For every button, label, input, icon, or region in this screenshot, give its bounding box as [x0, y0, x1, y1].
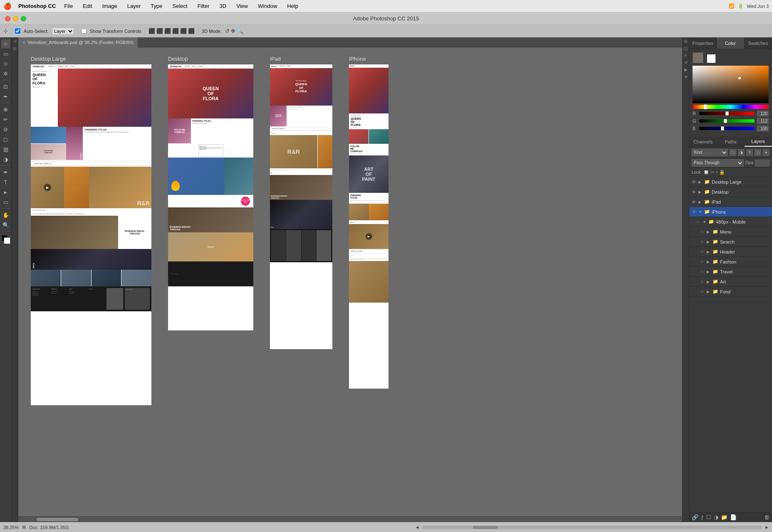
- kind-filter-dropdown[interactable]: Kind Name Effect: [692, 149, 728, 156]
- close-button[interactable]: [5, 16, 10, 21]
- visibility-toggle-desktop-large[interactable]: 👁: [691, 180, 697, 185]
- visibility-toggle-fashion[interactable]: 👁: [699, 259, 705, 264]
- r-input[interactable]: [757, 111, 769, 116]
- expand-icon-iphone[interactable]: ▼: [698, 210, 703, 214]
- smart-filter-btn[interactable]: ✦: [763, 149, 770, 156]
- layer-item-iphone[interactable]: 👁 ▼ 📁 iPhone: [689, 207, 772, 217]
- scroll-thumb-bottom[interactable]: [473, 526, 498, 529]
- type-tool[interactable]: T: [1, 177, 10, 187]
- eraser-tool[interactable]: ◻: [1, 135, 10, 144]
- visibility-toggle-menu[interactable]: 👁: [699, 229, 705, 234]
- adjustment-icon[interactable]: ⚙: [684, 39, 688, 44]
- expand-icon-ipad[interactable]: ▶: [698, 200, 703, 204]
- brush-presets-icon[interactable]: ◎: [13, 46, 17, 51]
- visibility-toggle-desktop[interactable]: 👁: [691, 190, 697, 195]
- add-style-btn[interactable]: ƒ: [701, 514, 704, 520]
- visibility-toggle-travel[interactable]: 👁: [699, 269, 705, 274]
- lock-position-icon[interactable]: ✏: [710, 170, 714, 175]
- g-slider[interactable]: [699, 119, 755, 123]
- 3d-rotate-icon[interactable]: ↺: [225, 28, 230, 34]
- tab-layers[interactable]: Layers: [745, 136, 772, 147]
- tab-color[interactable]: Color: [717, 37, 744, 49]
- brush-tool[interactable]: ✏: [1, 115, 10, 124]
- expand-icon-food[interactable]: ▶: [707, 290, 711, 294]
- foreground-swatch[interactable]: [693, 52, 703, 63]
- actions-icon[interactable]: ▶: [684, 67, 688, 72]
- background-swatch[interactable]: [707, 54, 716, 63]
- layer-item-desktop-large[interactable]: 👁 ▶ 📁 Desktop Large: [689, 177, 772, 187]
- menu-layer[interactable]: Layer: [126, 3, 143, 9]
- layer-comp-icon[interactable]: ◫: [684, 46, 688, 51]
- canvas-scroll[interactable]: Desktop Large VERMILION FASHION TRAVEL A…: [18, 47, 682, 522]
- add-mask-btn[interactable]: ☐: [706, 514, 711, 520]
- tab-paths[interactable]: Paths: [717, 136, 744, 147]
- layer-item-menu[interactable]: 👁 ▶ 📁 Menu: [689, 227, 772, 237]
- artboard-canvas-desktop[interactable]: VERMILION FASHION TRAVEL CONTACT QUEENOF…: [168, 64, 253, 330]
- maximize-button[interactable]: [21, 16, 26, 21]
- tab-properties[interactable]: Properties: [689, 37, 717, 49]
- b-input[interactable]: [757, 126, 769, 131]
- layer-item-art[interactable]: 👁 ▶ 📁 Art: [689, 277, 772, 287]
- document-tab[interactable]: ✕ Vermilion_Artboards.psd @ 38.2% (Foote…: [18, 37, 138, 47]
- expand-icon-480[interactable]: ▼: [703, 220, 707, 224]
- expand-icon-travel[interactable]: ▶: [707, 270, 711, 274]
- tab-channels[interactable]: Channels: [689, 136, 717, 147]
- visibility-toggle-search[interactable]: 👁: [699, 239, 705, 244]
- align-center-icon[interactable]: ⬛: [156, 28, 163, 34]
- expand-icon-header[interactable]: ▶: [707, 250, 711, 254]
- new-layer-btn[interactable]: 📄: [730, 514, 737, 520]
- g-input[interactable]: [757, 118, 769, 124]
- artboard-canvas-desktop-large[interactable]: VERMILION FASHION TRAVEL ART FOOD EDITOR…: [31, 64, 151, 405]
- menu-view[interactable]: View: [235, 3, 250, 9]
- link-layers-btn[interactable]: 🔗: [692, 514, 698, 520]
- lock-pixels-icon[interactable]: 🔲: [703, 170, 709, 175]
- hand-tool[interactable]: ✋: [1, 210, 10, 219]
- shape-filter-btn[interactable]: ◻: [755, 149, 761, 156]
- bottom-scroll-arrow-left[interactable]: ◀: [416, 525, 419, 530]
- adjust-filter-btn[interactable]: ◑: [738, 149, 745, 156]
- layer-item-food[interactable]: 👁 ▶ 📁 Food: [689, 287, 772, 297]
- menu-image[interactable]: Image: [101, 3, 119, 9]
- visibility-toggle-480[interactable]: 👁: [695, 219, 701, 224]
- scroll-thumb[interactable]: [37, 518, 78, 521]
- visibility-toggle-header[interactable]: 👁: [699, 249, 705, 254]
- menu-window[interactable]: Window: [256, 3, 279, 9]
- clone-source-icon[interactable]: ⊕: [684, 74, 688, 79]
- clone-tool[interactable]: ⊘: [1, 125, 10, 134]
- expand-icon-desktop-large[interactable]: ▶: [698, 180, 703, 184]
- blend-mode-dropdown[interactable]: Pass Through Normal Multiply Screen Over…: [692, 159, 744, 167]
- align-top-icon[interactable]: ⬛: [172, 28, 179, 34]
- artboard-canvas-ipad[interactable]: fashion FASHION TRAVEL EDITOR'S CHOICE Q…: [270, 64, 332, 349]
- menu-file[interactable]: File: [62, 3, 74, 9]
- lasso-tool[interactable]: ⊃: [1, 59, 10, 68]
- tab-swatches[interactable]: Swatches: [745, 37, 772, 49]
- menu-filter[interactable]: Filter: [196, 3, 211, 9]
- scroll-track-bottom[interactable]: [422, 526, 762, 529]
- lock-all-icon[interactable]: +: [715, 170, 718, 175]
- move-tool[interactable]: ⊹: [1, 39, 10, 48]
- b-slider[interactable]: [699, 127, 755, 130]
- healing-brush-tool[interactable]: ⊕: [1, 105, 10, 114]
- auto-select-checkbox[interactable]: [15, 28, 20, 34]
- bottom-scroll-arrow-right[interactable]: ▶: [765, 525, 769, 530]
- background-color[interactable]: [4, 237, 10, 244]
- crop-tool[interactable]: ⊡: [1, 82, 10, 91]
- visibility-toggle-iphone[interactable]: 👁: [691, 209, 697, 214]
- transform-controls-checkbox[interactable]: [81, 28, 87, 34]
- zoom-tool[interactable]: 🔍: [1, 220, 10, 229]
- eyedropper-tool[interactable]: ✒: [1, 92, 10, 101]
- expand-icon-fashion[interactable]: ▶: [707, 260, 711, 264]
- dodge-tool[interactable]: ◑: [1, 155, 10, 164]
- menu-help[interactable]: Help: [285, 3, 300, 9]
- history-panel-icon[interactable]: ↺: [684, 60, 688, 65]
- expand-icon-search[interactable]: ▶: [707, 240, 711, 244]
- expand-icon-art[interactable]: ▶: [707, 280, 711, 284]
- hue-slider[interactable]: [693, 105, 769, 109]
- r-slider[interactable]: [699, 112, 755, 115]
- layer-item-ipad[interactable]: 👁 ▶ 📁 iPad: [689, 197, 772, 207]
- align-bottom-icon[interactable]: ⬛: [188, 28, 195, 34]
- gradient-tool[interactable]: ▥: [1, 145, 10, 154]
- artboard-canvas-iphone[interactable]: Fashion EDITOR'S CHOICE QUEENOFFLORA REA…: [349, 64, 388, 389]
- expand-icon-menu[interactable]: ▶: [707, 230, 711, 234]
- auto-select-dropdown[interactable]: Layer Group: [52, 27, 74, 35]
